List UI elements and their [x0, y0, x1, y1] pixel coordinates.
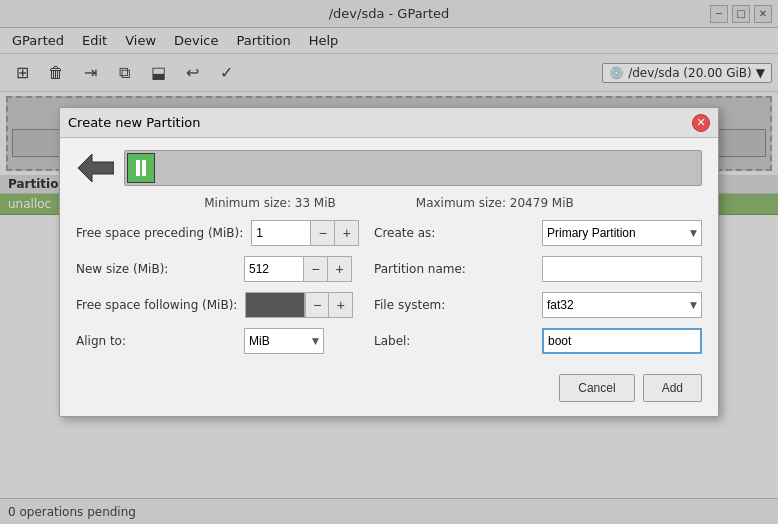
new-size-label: New size (MiB): [76, 262, 236, 276]
free-space-preceding-input[interactable] [251, 220, 311, 246]
free-space-following-bar [245, 292, 305, 318]
min-size-label: Minimum size: 33 MiB [204, 196, 336, 210]
align-to-group: Align to: MiB Cylinder None [76, 328, 362, 354]
add-button[interactable]: Add [643, 374, 702, 402]
free-space-following-label: Free space following (MiB): [76, 298, 237, 312]
max-size-label: Maximum size: 20479 MiB [416, 196, 574, 210]
new-size-input[interactable] [244, 256, 304, 282]
free-space-preceding-plus[interactable]: + [335, 220, 359, 246]
align-to-label: Align to: [76, 334, 236, 348]
partition-name-group: Partition name: [374, 256, 702, 282]
free-space-following-plus[interactable]: + [329, 292, 353, 318]
create-as-group: Create as: Primary Partition Logical Par… [374, 220, 702, 246]
create-as-label: Create as: [374, 226, 534, 240]
svg-marker-0 [78, 154, 114, 182]
label-label: Label: [374, 334, 534, 348]
partition-visual-bar [124, 150, 702, 186]
free-space-preceding-label: Free space preceding (MiB): [76, 226, 243, 240]
partition-name-label: Partition name: [374, 262, 534, 276]
free-space-following-stepper: − + [245, 292, 353, 318]
new-size-group: New size (MiB): − + [76, 256, 362, 282]
dialog-titlebar: Create new Partition ✕ [60, 108, 718, 138]
dialog-title: Create new Partition [68, 115, 201, 130]
new-size-stepper: − + [244, 256, 352, 282]
form-grid: Free space preceding (MiB): − + Create a… [60, 220, 718, 366]
dialog-buttons: Cancel Add [60, 366, 718, 416]
free-space-following-group: Free space following (MiB): − + [76, 292, 362, 318]
dialog-overlay: Create new Partition ✕ Minimum size: 33 … [0, 0, 778, 524]
arrow-icon [76, 150, 116, 186]
label-group: Label: [374, 328, 702, 354]
create-as-select-wrapper: Primary Partition Logical Partition Exte… [542, 220, 702, 246]
file-system-select[interactable]: fat32 ext4 ntfs btrfs xfs linux-swap [542, 292, 702, 318]
free-space-preceding-group: Free space preceding (MiB): − + [76, 220, 362, 246]
create-partition-dialog: Create new Partition ✕ Minimum size: 33 … [59, 107, 719, 417]
label-input[interactable] [542, 328, 702, 354]
file-system-group: File system: fat32 ext4 ntfs btrfs xfs l… [374, 292, 702, 318]
partition-name-input[interactable] [542, 256, 702, 282]
align-select-wrapper: MiB Cylinder None [244, 328, 324, 354]
dialog-close-button[interactable]: ✕ [692, 114, 710, 132]
file-system-select-wrapper: fat32 ext4 ntfs btrfs xfs linux-swap [542, 292, 702, 318]
partition-visual-area [60, 138, 718, 194]
free-space-preceding-minus[interactable]: − [311, 220, 335, 246]
new-partition-bar [127, 153, 155, 183]
cancel-button[interactable]: Cancel [559, 374, 634, 402]
file-system-label: File system: [374, 298, 534, 312]
free-space-preceding-stepper: − + [251, 220, 359, 246]
new-size-minus[interactable]: − [304, 256, 328, 282]
new-size-plus[interactable]: + [328, 256, 352, 282]
align-to-select[interactable]: MiB Cylinder None [244, 328, 324, 354]
free-space-following-minus[interactable]: − [305, 292, 329, 318]
size-info-row: Minimum size: 33 MiB Maximum size: 20479… [60, 194, 718, 220]
create-as-select[interactable]: Primary Partition Logical Partition Exte… [542, 220, 702, 246]
